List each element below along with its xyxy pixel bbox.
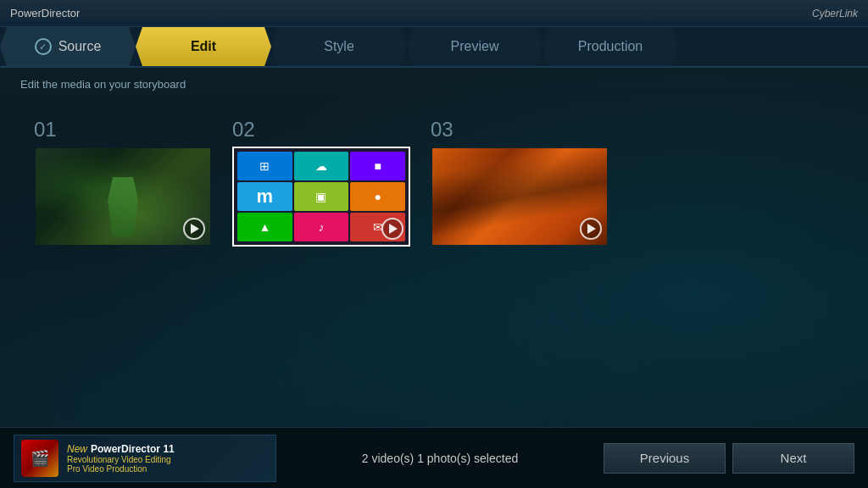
app-title: PowerDirector [10,7,80,19]
play-triangle-icon-02 [389,224,398,234]
tab-source[interactable]: ✓ Source [0,27,136,66]
next-button[interactable]: Next [732,443,854,474]
tile-02: ☁ [294,152,349,180]
title-bar: PowerDirector CyberLink [0,0,868,27]
tile-01: ⊞ [237,152,292,180]
promo-title: NewPowerDirector 11 [67,443,269,455]
promo-icon: 🎬 [21,440,58,477]
media-thumb-02[interactable]: ⊞ ☁ ■ m ▣ ● ▲ ♪ ✉ [232,147,410,247]
thumb-01-figure [97,177,148,236]
media-item-01[interactable]: 01 [34,118,212,247]
tab-edit-label: Edit [191,39,216,54]
promo-box: 🎬 NewPowerDirector 11 Revolutionary Vide… [14,435,276,482]
vendor-logo: CyberLink [812,8,858,19]
tab-style-label: Style [324,39,354,54]
tab-style[interactable]: Style [271,27,407,66]
play-button-02[interactable] [381,218,403,240]
tile-08: ♪ [294,213,349,241]
media-item-02[interactable]: 02 ⊞ ☁ ■ m ▣ ● ▲ ♪ ✉ [232,118,410,247]
media-row: 01 02 ⊞ ☁ ■ m ▣ ● ▲ [34,118,834,247]
status-text: 2 video(s) 1 photo(s) selected [290,452,590,465]
media-number-01: 01 [34,118,212,141]
tab-preview[interactable]: Preview [407,27,542,66]
page-subtitle: Edit the media on your storyboard [0,68,868,97]
nav-buttons: Previous Next [604,443,854,474]
bottom-bar: 🎬 NewPowerDirector 11 Revolutionary Vide… [0,427,868,488]
tile-07: ▲ [237,213,292,241]
media-number-03: 03 [431,118,609,141]
tab-production-label: Production [578,39,643,54]
previous-button[interactable]: Previous [604,443,726,474]
media-item-03[interactable]: 03 [431,118,609,247]
tile-05: ▣ [294,182,349,211]
content-area: 01 02 ⊞ ☁ ■ m ▣ ● ▲ [0,97,868,260]
tile-06: ● [350,182,405,211]
media-thumb-03[interactable] [431,147,609,247]
tab-production[interactable]: Production [542,27,678,66]
tab-source-label: Source [58,39,102,54]
play-button-03[interactable] [580,218,602,240]
media-thumb-01[interactable] [34,147,212,247]
media-number-02: 02 [232,118,410,141]
tile-04: m [237,182,292,211]
check-icon: ✓ [35,38,52,55]
play-triangle-icon [191,224,199,234]
play-triangle-icon-03 [587,224,596,234]
tab-preview-label: Preview [451,39,499,54]
tile-03: ■ [350,152,405,180]
promo-text: NewPowerDirector 11 Revolutionary Video … [67,443,269,474]
new-badge: New [67,443,87,455]
promo-sub2: Pro Video Production [67,464,269,474]
promo-sub1: Revolutionary Video Editing [67,455,269,464]
tab-edit[interactable]: Edit [136,27,271,66]
nav-tabs: ✓ Source Edit Style Preview Production [0,27,868,68]
play-button-01[interactable] [183,218,205,240]
